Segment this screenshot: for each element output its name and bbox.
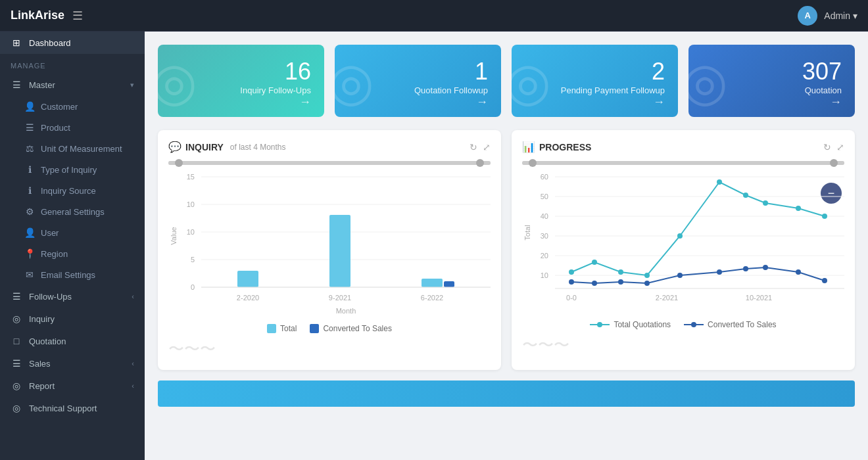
expand2-icon[interactable]: ⤢ [836,142,844,152]
svg-point-58 [597,322,602,327]
sidebar-sub-label: Customer [41,102,78,112]
sidebar-item-sales[interactable]: ☰ Sales ‹ [0,352,145,375]
stat-card-pending-payment[interactable]: ◎ 2 Pending Payment Followup → [512,45,678,117]
svg-text:Total: Total [523,225,531,240]
stat-card-quotation-followup[interactable]: ◎ 1 Quotation Followup → [335,45,501,117]
svg-text:0-0: 0-0 [566,294,577,302]
inquiry-chart-header: 💬 INQUIRY of last 4 Months ↻ ⤢ [168,141,491,153]
card-bg-icon3: ◎ [512,51,551,112]
topbar-right: A Admin ▾ [798,6,857,26]
chat-icon: 💬 [168,141,181,153]
svg-point-53 [822,278,827,283]
stat-card-inquiry-followups[interactable]: ◎ 16 Inquiry Follow-Ups → [158,45,324,117]
sidebar-item-master[interactable]: ☰ Master ▾ [0,74,145,96]
card-bg-icon4: ◎ [688,51,728,112]
svg-text:Value: Value [170,227,178,244]
refresh2-icon[interactable]: ↻ [823,142,831,152]
hamburger-menu-icon[interactable]: ☰ [72,9,83,23]
sidebar-item-dashboard[interactable]: ⊞ Dashboard [0,32,145,54]
svg-point-43 [822,214,827,219]
bottom-banner [158,380,855,407]
inquiry-legend: Total Converted To Sales [168,324,491,333]
sidebar-item-unit-of-measurement[interactable]: ⚖ Unit Of Measurement [0,138,145,159]
svg-point-46 [618,279,623,285]
info2-icon: ℹ [24,185,36,196]
legend-color-total [267,324,276,333]
svg-text:50: 50 [541,193,548,200]
sidebar-item-user[interactable]: 👤 User [0,222,145,243]
chevron-down-icon: ▾ [130,81,134,89]
sidebar-item-quotation[interactable]: □ Quotation [0,330,145,352]
inquiry-chart-subtitle: of last 4 Months [230,143,286,152]
sidebar-item-type-of-inquiry[interactable]: ℹ Type of Inquiry [0,159,145,180]
chevron-right3-icon: ‹ [132,382,134,390]
card-bg-icon2: ◎ [335,51,374,112]
legend-total-quotations: Total Quotations [590,320,671,329]
svg-point-60 [691,322,696,327]
arrow-right-icon: → [299,95,311,109]
sidebar-item-technical-support[interactable]: ◎ Technical Support [0,397,145,419]
svg-point-48 [677,273,683,278]
svg-point-34 [569,269,574,275]
charts-row: 💬 INQUIRY of last 4 Months ↻ ⤢ [158,130,855,370]
sidebar-item-label: Quotation [29,336,66,346]
sidebar-item-inquiry-source[interactable]: ℹ Inquiry Source [0,180,145,201]
expand-icon[interactable]: ⤢ [483,142,491,152]
inquiry-chart-actions[interactable]: ↻ ⤢ [470,142,491,152]
app-logo: LinkArise [11,9,64,22]
info-icon: ℹ [24,164,36,175]
svg-point-39 [717,179,722,185]
progress-chart-slider[interactable] [522,161,844,165]
svg-text:6-2022: 6-2022 [421,294,443,302]
pin-icon: 📍 [24,248,36,259]
svg-text:20: 20 [541,252,548,260]
sidebar-sub-label: Type of Inquiry [41,165,97,175]
svg-point-51 [763,265,768,270]
followups-icon: ☰ [11,291,22,302]
sidebar-item-customer[interactable]: 👤 Customer [0,96,145,117]
svg-text:30: 30 [541,232,548,240]
sidebar-item-email-settings[interactable]: ✉ Email Settings [0,264,145,285]
quotation-icon: □ [11,336,22,346]
sidebar-item-label: Technical Support [29,403,97,413]
svg-point-52 [796,269,801,275]
scale-icon: ⚖ [24,143,36,154]
card-bg-icon: ◎ [158,51,197,112]
sidebar: ⊞ Dashboard MANAGE ☰ Master ▾ 👤 Customer… [0,32,145,460]
arrow-right2-icon: → [476,95,488,109]
master-icon: ☰ [11,80,22,90]
sidebar-sub-label: General Settings [41,207,105,217]
sidebar-sub-label: Product [41,123,70,133]
svg-text:2-2021: 2-2021 [656,294,678,302]
chevron-right-icon: ‹ [132,292,134,300]
progress-chart-actions[interactable]: ↻ ⤢ [823,142,844,152]
sidebar-item-followups[interactable]: ☰ Follow-Ups ‹ [0,285,145,308]
sidebar-item-label: Dashboard [29,38,71,48]
main-content: ◎ 16 Inquiry Follow-Ups → ◎ 1 Quotation … [145,32,868,460]
svg-text:15: 15 [187,173,195,181]
sidebar-item-general-settings[interactable]: ⚙ General Settings [0,201,145,222]
svg-point-37 [644,273,650,278]
refresh-icon[interactable]: ↻ [470,142,477,152]
admin-menu[interactable]: Admin ▾ [824,11,857,21]
svg-text:10: 10 [187,228,195,236]
svg-point-44 [569,279,574,285]
sidebar-item-region[interactable]: 📍 Region [0,243,145,264]
stat-cards: ◎ 16 Inquiry Follow-Ups → ◎ 1 Quotation … [158,45,855,117]
sidebar-item-report[interactable]: ◎ Report ‹ [0,375,145,397]
svg-text:40: 40 [541,212,548,220]
inquiry-chart-slider[interactable] [168,161,491,165]
sidebar-sub-label: Unit Of Measurement [41,144,122,154]
sidebar-item-product[interactable]: ☰ Product [0,117,145,138]
sidebar-item-inquiry[interactable]: ◎ Inquiry [0,308,145,330]
stat-card-quotation[interactable]: ◎ 307 Quotation → [688,45,855,117]
svg-point-50 [743,266,748,271]
chart-footer-wave: 〜〜〜 [168,338,491,359]
svg-point-42 [796,206,801,211]
svg-point-47 [644,281,650,286]
svg-point-35 [592,260,597,265]
legend-total: Total [267,324,297,333]
sidebar-sub-label: Inquiry Source [41,186,96,196]
progress-legend: Total Quotations Converted To Sales [522,320,844,329]
svg-point-49 [717,269,722,275]
